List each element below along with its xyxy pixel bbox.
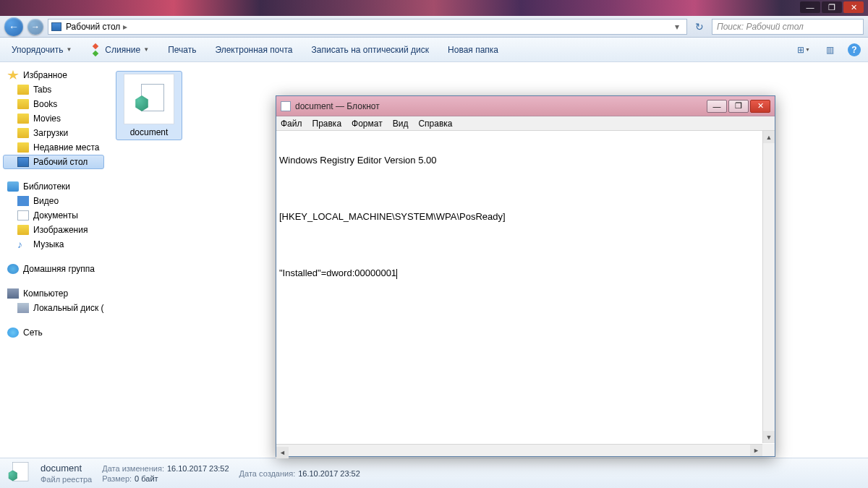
homegroup-header[interactable]: Домашняя группа	[3, 262, 104, 276]
drive-icon	[17, 303, 29, 313]
sidebar-item-downloads[interactable]: Загрузки	[3, 126, 104, 140]
text-line: "Installed"=dword:00000001	[279, 267, 772, 280]
organize-menu[interactable]: Упорядочить▼	[7, 42, 76, 58]
notepad-titlebar[interactable]: document — Блокнот — ❐ ✕	[276, 96, 775, 116]
notepad-close-button[interactable]: ✕	[750, 100, 770, 113]
sidebar-item-books[interactable]: Books	[3, 97, 104, 111]
sidebar-item-music[interactable]: ♪Музыка	[3, 237, 104, 252]
folder-icon	[17, 128, 29, 138]
sidebar-item-movies[interactable]: Movies	[3, 111, 104, 126]
email-button[interactable]: Электронная почта	[210, 42, 297, 58]
details-filetype: Файл реестра	[41, 475, 92, 484]
sidebar-item-images[interactable]: Изображения	[3, 223, 104, 237]
registry-file-icon	[7, 462, 28, 483]
sidebar-item-video[interactable]: Видео	[3, 194, 104, 208]
address-bar-row: ← → Рабочий стол ▸ ▾ ↻ Поиск: Рабочий ст…	[0, 16, 868, 38]
merge-menu[interactable]: Слияние▼	[86, 41, 153, 59]
sidebar-item-desktop[interactable]: Рабочий стол	[3, 155, 104, 169]
sidebar-item-tabs[interactable]: Tabs	[3, 82, 104, 97]
film-icon	[17, 196, 29, 206]
libraries-header[interactable]: Библиотеки	[3, 179, 104, 194]
notepad-title: document — Блокнот	[295, 101, 705, 111]
search-placeholder: Поиск: Рабочий стол	[717, 22, 804, 32]
menu-file[interactable]: Файл	[281, 119, 302, 129]
modified-value: 16.10.2017 23:52	[167, 464, 229, 473]
folder-icon	[17, 114, 29, 124]
burn-button[interactable]: Записать на оптический диск	[307, 42, 434, 58]
address-dropdown[interactable]: ▾	[671, 22, 684, 32]
help-button[interactable]: ?	[848, 43, 861, 56]
star-icon	[7, 70, 19, 80]
close-button[interactable]: ✕	[843, 1, 864, 13]
text-line: Windows Registry Editor Version 5.00	[279, 154, 772, 167]
details-filename: document	[41, 463, 92, 474]
navigation-sidebar: Избранное Tabs Books Movies Загрузки Нед…	[0, 62, 107, 458]
doc-icon	[17, 210, 29, 221]
notepad-maximize-button[interactable]: ❐	[728, 100, 749, 113]
menu-edit[interactable]: Правка	[312, 119, 342, 129]
window-titlebar[interactable]: — ❐ ✕	[0, 0, 868, 16]
vertical-scrollbar[interactable]: ▲ ▼	[762, 131, 775, 443]
scroll-left-button[interactable]: ◄	[276, 447, 289, 458]
notepad-minimize-button[interactable]: —	[707, 100, 727, 113]
size-value: 0 байт	[135, 474, 158, 483]
created-value: 16.10.2017 23:52	[298, 469, 360, 478]
back-button[interactable]: ←	[4, 17, 23, 36]
images-icon	[17, 225, 29, 235]
favorites-header[interactable]: Избранное	[3, 68, 104, 82]
maximize-button[interactable]: ❐	[822, 1, 842, 13]
breadcrumb-separator[interactable]: ▸	[123, 22, 127, 32]
details-pane: document Файл реестра Дата изменения:16.…	[0, 458, 868, 488]
folder-icon	[17, 85, 29, 95]
sidebar-item-recent[interactable]: Недавние места	[3, 140, 104, 155]
details-thumbnail	[7, 462, 30, 485]
file-label: document	[119, 127, 179, 137]
merge-icon	[90, 44, 102, 56]
registry-file-icon	[134, 84, 164, 114]
forward-button[interactable]: →	[27, 19, 43, 35]
computer-icon	[7, 288, 19, 299]
scroll-down-button[interactable]: ▼	[763, 431, 775, 443]
text-line: [HKEY_LOCAL_MACHINE\SYSTEM\WPA\PosReady]	[279, 210, 772, 223]
music-icon: ♪	[17, 239, 29, 249]
size-label: Размер:	[102, 474, 132, 483]
libraries-icon	[7, 181, 19, 192]
folder-icon	[17, 142, 29, 153]
breadcrumb[interactable]: Рабочий стол	[66, 22, 120, 32]
print-button[interactable]: Печать	[163, 42, 200, 58]
explorer-toolbar: Упорядочить▼ Слияние▼ Печать Электронная…	[0, 38, 868, 62]
minimize-button[interactable]: —	[800, 1, 820, 13]
sidebar-item-documents[interactable]: Документы	[3, 208, 104, 223]
network-icon	[7, 328, 19, 338]
preview-pane-button[interactable]: ▥	[822, 42, 838, 58]
file-thumbnail	[124, 74, 174, 124]
scroll-right-button[interactable]: ►	[750, 445, 762, 456]
menu-format[interactable]: Формат	[352, 119, 383, 129]
created-label: Дата создания:	[239, 469, 296, 478]
text-cursor	[396, 269, 397, 279]
address-field[interactable]: Рабочий стол ▸ ▾	[48, 19, 687, 35]
scroll-up-button[interactable]: ▲	[763, 131, 775, 143]
horizontal-scrollbar[interactable]: ◄ ►	[276, 444, 762, 456]
folder-icon	[17, 99, 29, 109]
new-folder-button[interactable]: Новая папка	[443, 42, 503, 58]
homegroup-icon	[7, 264, 19, 274]
file-item-document[interactable]: document	[116, 71, 182, 140]
network-header[interactable]: Сеть	[3, 325, 104, 340]
modified-label: Дата изменения:	[102, 464, 164, 473]
views-button[interactable]: ⊞▼	[796, 42, 812, 58]
menu-help[interactable]: Справка	[418, 119, 452, 129]
notepad-text-area[interactable]: Windows Registry Editor Version 5.00 [HK…	[276, 131, 775, 456]
search-input[interactable]: Поиск: Рабочий стол	[712, 19, 864, 35]
menu-view[interactable]: Вид	[393, 119, 409, 129]
notepad-window[interactable]: document — Блокнот — ❐ ✕ Файл Правка Фор…	[276, 95, 775, 457]
scrollbar-corner	[762, 444, 775, 456]
sidebar-item-local-disk[interactable]: Локальный диск (C	[3, 301, 104, 315]
notepad-menubar: Файл Правка Формат Вид Справка	[276, 116, 775, 131]
computer-header[interactable]: Компьютер	[3, 286, 104, 301]
refresh-button[interactable]: ↻	[692, 19, 707, 35]
desktop-icon	[17, 157, 29, 167]
notepad-app-icon	[281, 101, 291, 111]
desktop-icon	[51, 22, 61, 31]
